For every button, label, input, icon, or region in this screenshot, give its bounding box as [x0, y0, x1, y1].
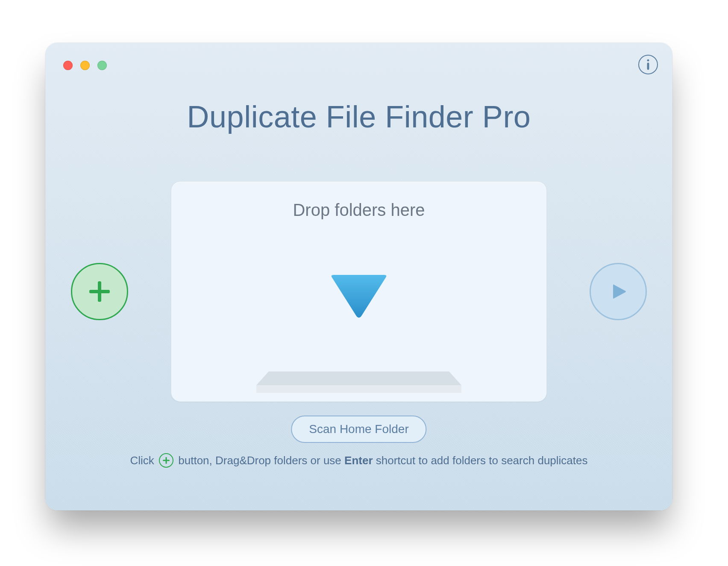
- svg-rect-3: [89, 290, 110, 293]
- add-folder-button[interactable]: [71, 263, 128, 320]
- main-row: Drop folders here: [45, 181, 672, 402]
- chevron-down-icon: [327, 273, 391, 320]
- drop-arrow: [327, 273, 391, 320]
- drop-platform: [256, 371, 461, 393]
- drop-zone[interactable]: Drop folders here: [171, 181, 547, 402]
- close-window-button[interactable]: [63, 61, 73, 70]
- svg-rect-1: [647, 63, 649, 70]
- info-icon: [646, 59, 651, 70]
- play-icon: [609, 282, 628, 301]
- scan-home-folder-button[interactable]: Scan Home Folder: [291, 416, 426, 443]
- app-window: Duplicate File Finder Pro Drop folders h…: [45, 43, 672, 510]
- hint-text: Click button, Drag&Drop folders or use E…: [45, 454, 672, 469]
- svg-point-0: [647, 59, 649, 62]
- plus-icon: [88, 280, 111, 303]
- app-title: Duplicate File Finder Pro: [45, 99, 672, 134]
- hint-shortcut: Enter: [344, 454, 373, 467]
- hint-part2: button, Drag&Drop folders or use: [178, 454, 344, 467]
- info-button[interactable]: [638, 55, 658, 74]
- window-controls: [63, 61, 107, 70]
- start-scan-button[interactable]: [590, 263, 647, 320]
- svg-rect-5: [163, 460, 170, 461]
- hint-part3: shortcut to add folders to search duplic…: [376, 454, 588, 467]
- plus-icon: [162, 457, 170, 464]
- minimize-window-button[interactable]: [80, 61, 90, 70]
- hint-part1: Click: [130, 454, 158, 467]
- scan-button-label: Scan Home Folder: [309, 422, 408, 436]
- hint-plus-icon: [159, 453, 173, 468]
- drop-zone-label: Drop folders here: [171, 200, 546, 220]
- zoom-window-button[interactable]: [97, 61, 107, 70]
